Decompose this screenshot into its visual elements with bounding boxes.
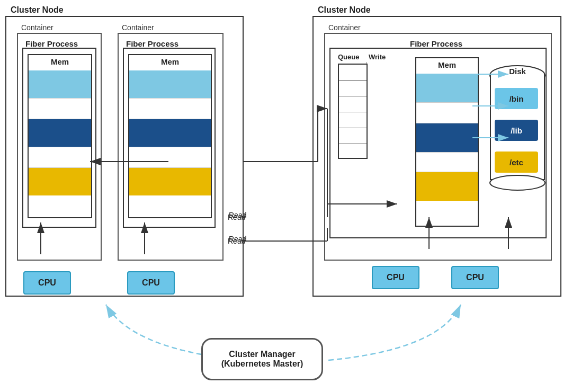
queue-label: Queue	[338, 53, 359, 61]
cpu-right-1: CPU	[372, 266, 419, 289]
cluster-node-left-label: Cluster Node	[11, 5, 64, 15]
mem-block-lightblue-r	[416, 74, 478, 102]
mem-block-white-2	[129, 98, 211, 119]
disk-cylinder-bottom	[488, 175, 547, 191]
cluster-node-left: Cluster Node Container Fiber Process Mem	[5, 16, 244, 297]
fiber-process-left-2-label: Fiber Process	[126, 39, 178, 48]
read-label-1: Read	[229, 211, 246, 219]
cluster-manager-box: Cluster Manager (Kubernetes Master)	[201, 338, 323, 380]
mem-block-white-1	[29, 98, 91, 119]
mem-block-yellow-1	[29, 168, 91, 195]
disk-lib: /lib	[495, 120, 538, 141]
queue-box	[338, 64, 368, 159]
svg-point-1	[490, 175, 545, 190]
container-right-label: Container	[328, 23, 361, 32]
queue-cell-2	[339, 81, 367, 96]
queue-cell-3	[339, 96, 367, 112]
container-left-2: Container Fiber Process Mem	[118, 33, 224, 261]
mem-block-white2-2	[129, 147, 211, 168]
mem-box-left-1: Mem	[28, 54, 92, 218]
cluster-manager-line2: (Kubernetes Master)	[221, 359, 303, 369]
cluster-manager-line1: Cluster Manager	[229, 350, 295, 359]
queue-area: Queue Write ↓	[338, 64, 368, 159]
fiber-process-left-1-label: Fiber Process	[25, 39, 78, 48]
disk-etc: /etc	[495, 152, 538, 173]
mem-block-yellow-2	[129, 168, 211, 195]
mem-block-lightblue-2	[129, 70, 211, 98]
mem-label-left-2: Mem	[129, 55, 211, 66]
mem-box-right: Mem	[415, 57, 479, 227]
cpu-left-2: CPU	[127, 271, 175, 295]
queue-cell-4	[339, 112, 367, 128]
mem-block-white2-1	[29, 147, 91, 168]
write-label: Write	[369, 53, 386, 61]
fiber-process-left-1: Fiber Process Mem	[22, 48, 96, 228]
container-left-2-label: Container	[122, 23, 154, 32]
mem-label-left-1: Mem	[29, 55, 91, 66]
cluster-node-right-label: Cluster Node	[318, 5, 371, 15]
mem-box-left-2: Mem	[128, 54, 212, 218]
diagram-wrapper: Cluster Node Container Fiber Process Mem	[0, 0, 572, 392]
mem-block-yellow-r	[416, 172, 478, 201]
mem-block-white-r	[416, 102, 478, 123]
container-left-1: Container Fiber Process Mem	[17, 33, 102, 261]
mem-block-darkblue-1	[29, 119, 91, 147]
cpu-left-1: CPU	[23, 271, 71, 295]
fiber-process-right: Fiber Process Queue Write ↓	[329, 48, 547, 238]
mem-block-darkblue-r	[416, 123, 478, 152]
fiber-process-left-2: Fiber Process Mem	[123, 48, 216, 228]
disk-bin: /bin	[495, 88, 538, 109]
mem-label-right: Mem	[416, 58, 478, 69]
mem-block-darkblue-2	[129, 119, 211, 147]
fiber-process-right-label: Fiber Process	[410, 39, 462, 48]
mem-block-white2-r	[416, 152, 478, 172]
cpu-right-2: CPU	[451, 266, 499, 289]
disk-title: Disk	[488, 67, 547, 76]
read-label-2: Read	[229, 235, 246, 243]
container-left-1-label: Container	[21, 23, 53, 32]
container-right: Container Fiber Process Queue Write ↓	[324, 33, 552, 261]
queue-cell-5	[339, 128, 367, 144]
queue-cell-1	[339, 65, 367, 81]
cluster-node-right: Cluster Node Container Fiber Process Que…	[312, 16, 561, 297]
disk-area: Disk /bin /lib /etc	[488, 54, 547, 234]
mem-block-lightblue-1	[29, 70, 91, 98]
